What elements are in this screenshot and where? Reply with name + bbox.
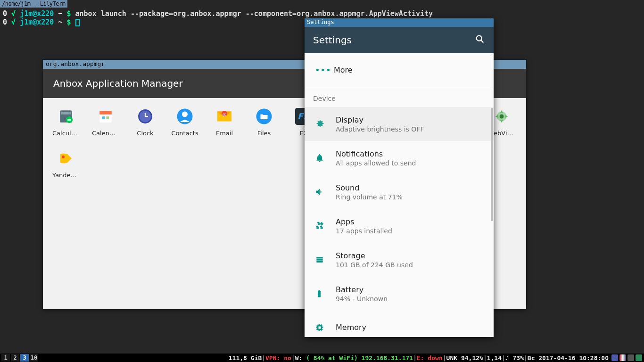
terminal-titlebar: /home/j1m - LilyTerm — [0, 0, 67, 8]
settings-item-title: Sound — [336, 183, 483, 192]
statusbar-right: 111,8 GiB|VPN: no|W: ( 84% at WiFi) 192.… — [229, 354, 644, 362]
app-item-email[interactable]: @Email — [211, 106, 238, 137]
svg-point-30 — [500, 115, 504, 119]
settings-item-sound[interactable]: SoundRing volume at 71% — [305, 175, 494, 209]
svg-rect-38 — [319, 327, 321, 329]
status-misc: UNK 94,12% — [446, 354, 483, 362]
cursor — [75, 19, 80, 26]
svg-text:@: @ — [223, 112, 227, 117]
app-label: Files — [257, 130, 271, 137]
settings-item-sub: 17 apps installed — [336, 227, 483, 235]
svg-text:=: = — [67, 116, 72, 123]
tray-icon[interactable] — [627, 354, 634, 361]
settings-item-sub: 94% - Unknown — [336, 295, 483, 303]
svg-point-32 — [477, 35, 482, 41]
app-label: Contacts — [171, 130, 198, 137]
app-label: Clock — [137, 130, 153, 137]
sound-icon — [315, 187, 336, 197]
svg-point-31 — [62, 156, 65, 158]
settings-item-apps[interactable]: Apps17 apps installed — [305, 209, 494, 243]
status-wifi-value: ( 84% at WiFi) 192.168.31.171 — [306, 354, 413, 362]
svg-rect-34 — [316, 257, 322, 258]
email-icon: @ — [214, 106, 235, 127]
settings-item-sub: Adaptive brightness is OFF — [336, 125, 483, 133]
settings-body[interactable]: ••• More Device DisplayAdaptive brightne… — [305, 53, 494, 337]
section-header-device: Device — [305, 87, 494, 107]
svg-rect-1 — [61, 112, 71, 115]
tray-icon[interactable] — [611, 354, 618, 361]
webview-icon — [491, 106, 512, 127]
app-label: Calculat… — [52, 130, 80, 137]
settings-item-battery[interactable]: Battery94% - Unknown — [305, 277, 494, 311]
apps-icon — [315, 221, 336, 230]
app-item-files[interactable]: Files — [250, 106, 278, 137]
contacts-icon — [174, 106, 195, 127]
app-item-yandex[interactable]: Yandex.… — [52, 148, 80, 179]
settings-item-memory[interactable]: Memory — [305, 311, 494, 337]
app-item-calculator[interactable]: =Calculat… — [52, 106, 80, 137]
tray-icon[interactable] — [636, 354, 642, 361]
settings-window-titlebar[interactable]: Settings — [305, 18, 494, 27]
app-item-contacts[interactable]: Contacts — [171, 106, 198, 137]
calendar-icon — [95, 106, 116, 127]
app-item-clock[interactable]: Clock — [132, 106, 159, 137]
status-date: Вс 2017-04-16 10:28:00 — [528, 354, 609, 362]
workspace-3[interactable]: 3 — [20, 354, 29, 362]
settings-window: Settings Settings ••• More Device Displa… — [305, 18, 494, 337]
status-eth-label: E: — [417, 354, 424, 362]
status-load: 1,14 — [487, 354, 502, 362]
app-label: Calendar — [92, 130, 119, 137]
clock-icon — [135, 106, 156, 127]
settings-item-display[interactable]: DisplayAdaptive brightness is OFF — [305, 107, 494, 141]
svg-rect-5 — [99, 111, 112, 115]
settings-more-row[interactable]: ••• More — [305, 53, 494, 87]
svg-point-13 — [182, 112, 188, 117]
settings-item-sub: Ring volume at 71% — [336, 193, 483, 201]
status-eth-value: down — [428, 354, 442, 362]
settings-more-label: More — [334, 66, 353, 74]
battery-icon — [315, 289, 336, 298]
app-item-calendar[interactable]: Calendar — [92, 106, 119, 137]
workspace-2[interactable]: 2 — [11, 354, 19, 362]
tray-icons — [611, 354, 642, 361]
notifications-icon — [315, 153, 336, 163]
more-icon: ••• — [315, 65, 334, 75]
svg-line-33 — [481, 40, 483, 42]
memory-icon — [315, 323, 336, 332]
terminal-line: 0 √ j1m@x220 ~ $ anbox launch --package=… — [3, 9, 433, 18]
display-icon — [315, 119, 336, 129]
workspace-10[interactable]: 10 — [30, 354, 38, 362]
statusbar: 12310 111,8 GiB|VPN: no|W: ( 84% at WiFi… — [0, 354, 644, 362]
settings-item-notifications[interactable]: NotificationsAll apps allowed to send — [305, 141, 494, 175]
app-label: Email — [216, 130, 233, 137]
svg-rect-36 — [316, 261, 322, 263]
scrollbar[interactable] — [491, 108, 493, 221]
settings-item-sub: All apps allowed to send — [336, 159, 483, 167]
settings-header-title: Settings — [313, 34, 352, 46]
settings-item-sub: 101 GB of 224 GB used — [336, 261, 483, 269]
storage-icon — [315, 255, 336, 264]
workspace-1[interactable]: 1 — [1, 354, 10, 362]
settings-header: Settings — [305, 27, 494, 53]
settings-item-title: Storage — [336, 251, 483, 260]
anbox-header-title: Anbox Application Manager — [53, 78, 183, 89]
status-wifi-label: W: — [295, 354, 303, 362]
status-temp: ♪ 73% — [505, 354, 524, 362]
settings-item-title: Notifications — [336, 149, 483, 158]
status-vpn-label: VPN: — [265, 354, 280, 362]
search-icon[interactable] — [475, 34, 485, 47]
tray-icon[interactable] — [619, 354, 626, 361]
settings-item-title: Display — [336, 115, 483, 124]
settings-item-title: Battery — [336, 285, 483, 294]
settings-item-storage[interactable]: Storage101 GB of 224 GB used — [305, 243, 494, 277]
settings-item-title: Memory — [336, 323, 483, 332]
files-icon — [254, 106, 274, 127]
svg-rect-7 — [106, 116, 109, 119]
status-disk: 111,8 GiB — [229, 354, 262, 362]
status-vpn-value: no — [284, 354, 291, 362]
svg-rect-35 — [316, 259, 322, 260]
settings-item-title: Apps — [336, 217, 483, 226]
app-label: Yandex.… — [52, 172, 80, 179]
yandex-icon — [56, 148, 76, 169]
svg-rect-6 — [102, 116, 105, 119]
